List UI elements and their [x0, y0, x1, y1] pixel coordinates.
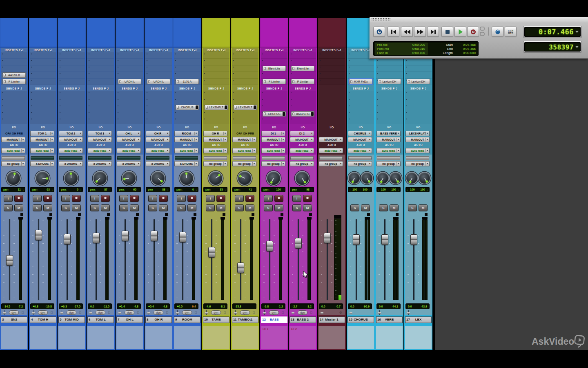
- fader-cap[interactable]: [35, 230, 42, 240]
- fader-cap[interactable]: [381, 234, 388, 245]
- fader-cap[interactable]: [410, 234, 417, 245]
- output-selector[interactable]: MAINOUT▾: [59, 137, 83, 142]
- volume-display[interactable]: +0.50.4: [174, 303, 198, 309]
- pan-display[interactable]: pan0‹›: [59, 187, 83, 192]
- pan-display[interactable]: pan100‹: [261, 187, 285, 192]
- output-selector[interactable]: MAINOUT▾: [88, 137, 112, 142]
- volume-display[interactable]: 0.0-11.5: [88, 303, 112, 309]
- solo-button[interactable]: S: [235, 204, 244, 211]
- automation-mode-selector[interactable]: auto read▾: [1, 148, 25, 153]
- solo-button[interactable]: S: [61, 204, 70, 211]
- fader-track[interactable]: [240, 219, 241, 300]
- automation-safe-icon[interactable]: ⎕: [253, 311, 257, 315]
- input-selector[interactable]: DI 2▾: [290, 131, 314, 136]
- group-selector[interactable]: a DRUMS▾: [117, 161, 141, 166]
- lcd-value[interactable]: 0:58.310: [401, 47, 425, 51]
- fader-cap[interactable]: [237, 263, 244, 273]
- solo-button[interactable]: S: [350, 204, 359, 211]
- volume-display[interactable]: -14.5-7.2: [1, 303, 25, 309]
- main-counter[interactable]: 0:07.466: [524, 27, 581, 37]
- solo-button[interactable]: S: [408, 204, 417, 211]
- input-selector[interactable]: DI 1▾: [261, 131, 285, 136]
- comments-area[interactable]: [376, 326, 403, 349]
- comments-area[interactable]: [347, 326, 374, 349]
- automation-mode-selector[interactable]: auto read▾: [88, 148, 112, 153]
- group-selector[interactable]: a DRUMS▾: [30, 161, 54, 166]
- pan-display[interactable]: ‹100100›: [405, 187, 430, 192]
- insert-button[interactable]: MXR FxDx: [349, 79, 372, 84]
- fader-cap[interactable]: [151, 231, 158, 241]
- volume-display[interactable]: 0.0-43.9: [405, 303, 430, 309]
- insert-button[interactable]: P Limiter: [291, 79, 314, 84]
- record-enable-button[interactable]: [159, 195, 168, 202]
- fader-track[interactable]: [413, 219, 414, 300]
- mute-button[interactable]: M: [361, 204, 370, 211]
- fader-track[interactable]: [356, 219, 357, 300]
- insert-button[interactable]: LexiconDH: [407, 79, 430, 84]
- pan-display[interactable]: pan35›: [203, 187, 227, 192]
- fader-track[interactable]: [269, 219, 270, 300]
- mute-button[interactable]: M: [159, 204, 168, 211]
- solo-button[interactable]: S: [206, 204, 215, 211]
- group-selector[interactable]: a DRUMS▾: [59, 161, 83, 166]
- mute-button[interactable]: M: [101, 204, 110, 211]
- comments-area[interactable]: [145, 326, 172, 349]
- pan-display[interactable]: pan87‹: [88, 187, 112, 192]
- automation-safe-icon[interactable]: ⎕: [22, 311, 26, 315]
- output-selector[interactable]: MAINOUT▾: [174, 137, 198, 142]
- record-enable-button[interactable]: [72, 195, 81, 202]
- insert-button[interactable]: AA160 Jr: [2, 72, 26, 78]
- send-button[interactable]: BASVERB: [291, 111, 314, 117]
- fader-track[interactable]: [327, 219, 328, 300]
- pan-knob[interactable]: [151, 172, 165, 185]
- track-name[interactable]: 4TOM H: [30, 316, 56, 323]
- group-selector[interactable]: a DRUMS▾: [88, 161, 112, 166]
- group-selector[interactable]: no group▾: [405, 161, 430, 166]
- pan-display[interactable]: pan65‹: [117, 187, 141, 192]
- record-enable-button[interactable]: [101, 195, 110, 202]
- play-button[interactable]: [454, 27, 466, 37]
- gen-mtc-button[interactable]: GENMTC: [505, 27, 517, 37]
- fader-cap[interactable]: [179, 232, 186, 242]
- record-enable-button[interactable]: [43, 195, 52, 202]
- track-name[interactable]: 16VERB: [376, 316, 403, 323]
- output-selector[interactable]: MAINOUT▾: [30, 137, 54, 142]
- insert-button[interactable]: 1176 A: [176, 79, 199, 84]
- comments-area[interactable]: Di 1: [261, 326, 287, 349]
- mute-button[interactable]: M: [419, 204, 428, 211]
- fader-cap[interactable]: [295, 238, 302, 249]
- pan-knob[interactable]: [209, 172, 222, 185]
- pan-display[interactable]: pan98›: [290, 187, 314, 192]
- automation-mode-selector[interactable]: auto read▾: [290, 148, 314, 153]
- group-selector[interactable]: a DRUMS▾: [146, 161, 170, 166]
- insert-button[interactable]: ElevnLite: [291, 66, 314, 71]
- automation-mode-selector[interactable]: auto read▾: [59, 148, 83, 153]
- pan-knob[interactable]: [94, 172, 107, 185]
- volume-display[interactable]: +1.4-4.8: [117, 303, 141, 309]
- group-selector[interactable]: no group▾: [261, 161, 285, 166]
- solo-button[interactable]: S: [379, 204, 388, 211]
- fader-track[interactable]: [67, 219, 68, 300]
- automation-mode-selector[interactable]: auto read▾: [405, 148, 430, 153]
- group-selector[interactable]: no group▾: [376, 161, 401, 166]
- volume-display[interactable]: +6.3-17.5: [59, 303, 83, 309]
- dyn-button[interactable]: dyn: [182, 310, 192, 315]
- mute-button[interactable]: M: [245, 204, 254, 211]
- automation-safe-icon[interactable]: ⎕: [79, 311, 83, 315]
- automation-safe-icon[interactable]: ⎕: [51, 311, 55, 315]
- input-monitor-button[interactable]: I: [4, 195, 13, 202]
- automation-mode-selector[interactable]: auto read▾: [146, 148, 170, 153]
- input-monitor-button[interactable]: I: [177, 195, 186, 202]
- pan-display[interactable]: pan11›: [1, 187, 25, 192]
- group-selector[interactable]: no group▾: [290, 161, 314, 166]
- output-selector[interactable]: MAINOUT▾: [319, 137, 343, 142]
- mute-button[interactable]: M: [390, 204, 399, 211]
- pan-display[interactable]: pan63›: [30, 187, 54, 192]
- track-name[interactable]: 12BASS: [261, 316, 287, 323]
- insert-button[interactable]: UADN L: [118, 79, 141, 84]
- track-name[interactable]: 7OH L: [116, 316, 143, 323]
- dyn-button[interactable]: dyn: [9, 310, 19, 315]
- input-monitor-button[interactable]: I: [90, 195, 99, 202]
- solo-button[interactable]: S: [33, 204, 42, 211]
- fader-cap[interactable]: [324, 233, 331, 243]
